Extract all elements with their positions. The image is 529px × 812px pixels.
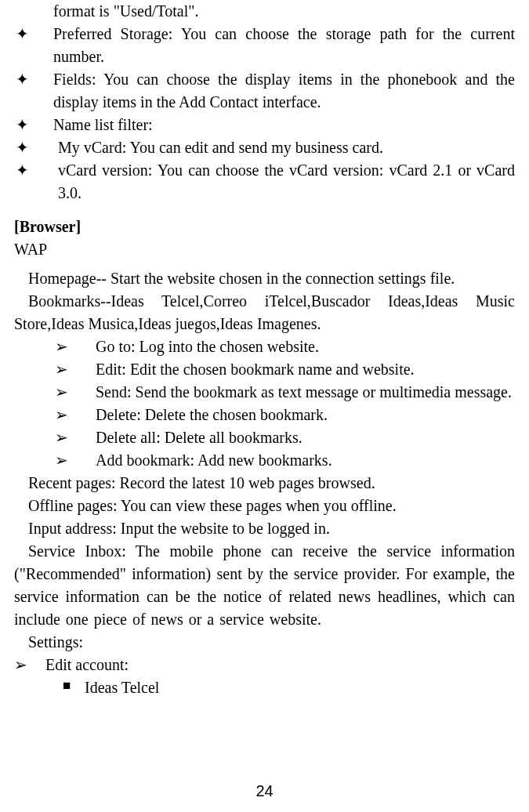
list-item: ➢ Add bookmark: Add new bookmarks.: [55, 449, 515, 472]
arrow-icon: ➢: [55, 358, 96, 381]
list-item-text: Delete: Delete the chosen bookmark.: [96, 404, 515, 426]
list-item-text: My vCard: You can edit and send my busin…: [53, 136, 515, 159]
section-heading-browser: [Browser]: [14, 216, 515, 238]
list-item-text: Fields: You can choose the display items…: [53, 68, 515, 114]
arrow-icon: ➢: [14, 654, 45, 676]
paragraph-offline: Offline pages: You can view these pages …: [14, 495, 515, 517]
diamond-icon: ✦: [14, 136, 53, 159]
arrow-icon: ➢: [55, 449, 96, 472]
bullet-spacer: [14, 0, 53, 23]
arrow-icon: ➢: [55, 381, 96, 404]
list-item-text: format is "Used/Total".: [53, 0, 515, 23]
diamond-icon: ✦: [14, 159, 53, 205]
list-item: ✦ Name list filter:: [14, 114, 515, 136]
list-item-ideas-telcel: ■ Ideas Telcel: [14, 676, 515, 699]
paragraph-settings: Settings:: [14, 631, 515, 654]
arrow-icon: ➢: [55, 404, 96, 426]
document-page: format is "Used/Total". ✦ Preferred Stor…: [0, 0, 529, 812]
spacer: [14, 261, 515, 267]
list-item-text: Edit: Edit the chosen bookmark name and …: [96, 358, 515, 381]
paragraph-service: Service Inbox: The mobile phone can rece…: [14, 540, 515, 631]
list-item: ➢ Delete: Delete the chosen bookmark.: [55, 404, 515, 426]
list-item-text: Name list filter:: [53, 114, 515, 136]
list-item: ➢ Delete all: Delete all bookmarks.: [55, 426, 515, 449]
list-item: ➢ Go to: Log into the chosen website.: [55, 335, 515, 358]
list-item: ✦ My vCard: You can edit and send my bus…: [14, 136, 515, 159]
diamond-icon: ✦: [14, 68, 53, 114]
paragraph-input: Input address: Input the website to be l…: [14, 517, 515, 540]
wap-label: WAP: [14, 238, 515, 261]
list-item: ✦ vCard version: You can choose the vCar…: [14, 159, 515, 205]
paragraph-service-text: Service Inbox: The mobile phone can rece…: [14, 542, 515, 628]
list-item-text: vCard version: You can choose the vCard …: [53, 159, 515, 205]
diamond-icon: ✦: [14, 23, 53, 68]
diamond-icon: ✦: [14, 114, 53, 136]
square-icon: ■: [63, 676, 85, 699]
arrow-icon: ➢: [55, 335, 96, 358]
list-item: ✦ Preferred Storage: You can choose the …: [14, 23, 515, 68]
list-item-text: Ideas Telcel: [85, 676, 159, 699]
paragraph-bookmarks-text: Bookmarks--Ideas Telcel,Correo iTelcel,B…: [14, 292, 515, 332]
list-item-text: Edit account:: [45, 654, 129, 676]
list-item-text: Go to: Log into the chosen website.: [96, 335, 515, 358]
arrow-icon: ➢: [55, 426, 96, 449]
page-number: 24: [0, 780, 529, 803]
paragraph-recent: Recent pages: Record the latest 10 web p…: [14, 472, 515, 495]
arrow-list: ➢ Go to: Log into the chosen website. ➢ …: [14, 335, 515, 472]
list-item: format is "Used/Total".: [14, 0, 515, 23]
list-item: ➢ Edit: Edit the chosen bookmark name an…: [55, 358, 515, 381]
paragraph-bookmarks: Bookmarks--Ideas Telcel,Correo iTelcel,B…: [14, 290, 515, 335]
list-item-text: Preferred Storage: You can choose the st…: [53, 23, 515, 68]
list-item: ✦ Fields: You can choose the display ite…: [14, 68, 515, 114]
list-item-edit-account: ➢ Edit account:: [14, 654, 515, 676]
list-item-text: Add bookmark: Add new bookmarks.: [96, 449, 515, 472]
list-item-text: Send: Send the bookmark as text message …: [96, 381, 515, 404]
list-item-text: Delete all: Delete all bookmarks.: [96, 426, 515, 449]
list-item: ➢ Send: Send the bookmark as text messag…: [55, 381, 515, 404]
diamond-list: format is "Used/Total". ✦ Preferred Stor…: [14, 0, 515, 205]
paragraph-homepage: Homepage-- Start the website chosen in t…: [14, 267, 515, 290]
